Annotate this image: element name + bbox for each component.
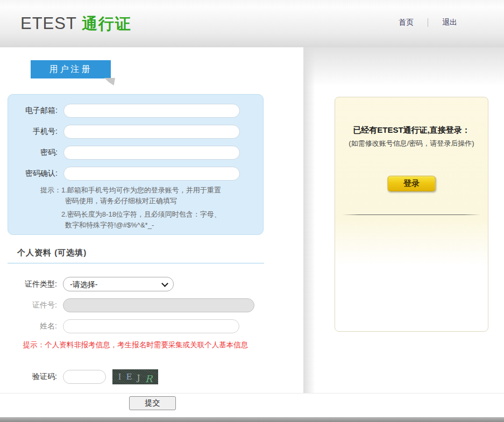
footer-bar [0, 417, 504, 422]
form-hint-line: 密码使用，请务必仔细核对正确填写 [61, 196, 221, 206]
tab-tail-decoration [104, 78, 115, 85]
header-nav: 首页 退出 [399, 18, 457, 27]
login-panel: 已经有ETEST通行证,直接登录： (如需修改账号信息/密码，请登录后操作) 登… [335, 97, 488, 332]
content-bottom-line [0, 393, 504, 394]
personal-section-divider [8, 263, 264, 263]
password-confirm-row: 密码确认: [8, 167, 263, 181]
name-row: 姓名: [8, 319, 264, 333]
account-form-panel: 电子邮箱: 手机号: 密码: 密码确认: 提示： 1.邮箱和手机号均可作为您的登… [8, 94, 264, 235]
submit-button[interactable]: 提交 [129, 396, 176, 410]
login-button[interactable]: 登录 [388, 176, 436, 191]
form-hint-line: 数字和特殊字符!@#$%^&*_- [61, 220, 221, 231]
phone-row: 手机号: [8, 125, 263, 139]
name-field[interactable] [63, 319, 239, 333]
captcha-char: I [118, 373, 122, 381]
id-number-row: 证件号: [8, 298, 264, 312]
password-field[interactable] [63, 146, 240, 160]
app-logo: ETEST通行证 [20, 13, 132, 35]
personal-warning-text: 提示：个人资料非报考信息，考生报名时需要采集或关联个人基本信息 [8, 340, 264, 350]
captcha-row: 验证码: I E J R [8, 369, 264, 384]
captcha-char: J [137, 374, 140, 382]
id-type-row: 证件类型: -请选择- [8, 277, 264, 291]
tab-user-register: 用户注册 [31, 60, 111, 78]
id-type-select-wrap: -请选择- [63, 277, 174, 291]
tab-user-register-label: 用户注册 [49, 64, 93, 75]
logo-pass-text: 通行证 [82, 15, 132, 32]
email-row: 电子邮箱: [8, 104, 263, 118]
form-hint-prefix: 提示： [40, 185, 61, 231]
phone-label: 手机号: [8, 127, 58, 137]
phone-field[interactable] [63, 125, 240, 139]
id-type-select[interactable]: -请选择- [63, 277, 174, 291]
id-number-field [63, 298, 254, 312]
logo-etest-text: ETEST [20, 14, 77, 33]
nav-divider [428, 18, 428, 27]
form-hint-line: 2.密码长度为8-18位字符，且必须同时包含：字母、 [61, 209, 221, 220]
nav-home-link[interactable]: 首页 [399, 18, 414, 27]
login-panel-divider [342, 214, 481, 215]
captcha-field[interactable] [63, 370, 106, 384]
password-row: 密码: [8, 146, 263, 160]
password-label: 密码: [8, 148, 58, 158]
name-label: 姓名: [8, 321, 57, 331]
captcha-char: R [145, 373, 153, 384]
id-type-label: 证件类型: [8, 280, 57, 289]
email-field[interactable] [63, 104, 240, 118]
captcha-char: E [126, 372, 132, 382]
password-confirm-field[interactable] [63, 167, 240, 181]
form-hint-line: 1.邮箱和手机号均可作为您的登录账号，并用于重置 [61, 185, 221, 196]
email-label: 电子邮箱: [8, 106, 58, 116]
captcha-image[interactable]: I E J R [112, 369, 158, 384]
captcha-label: 验证码: [8, 372, 57, 382]
id-number-label: 证件号: [8, 301, 57, 310]
form-hint-lines: 1.邮箱和手机号均可作为您的登录账号，并用于重置 密码使用，请务必仔细核对正确填… [61, 185, 221, 231]
nav-logout-link[interactable]: 退出 [442, 18, 457, 27]
personal-section-title: 个人资料 (可选填) [17, 248, 87, 258]
header: ETEST通行证 首页 退出 [0, 0, 504, 47]
login-panel-subtitle: (如需修改账号信息/密码，请登录后操作) [335, 139, 488, 148]
page: ETEST通行证 首页 退出 用户注册 电子邮箱: 手机号: 密码: 密码确认: [0, 0, 504, 422]
password-confirm-label: 密码确认: [8, 169, 58, 178]
form-hint: 提示： 1.邮箱和手机号均可作为您的登录账号，并用于重置 密码使用，请务必仔细核… [40, 185, 221, 231]
login-panel-title: 已经有ETEST通行证,直接登录： [335, 125, 488, 135]
